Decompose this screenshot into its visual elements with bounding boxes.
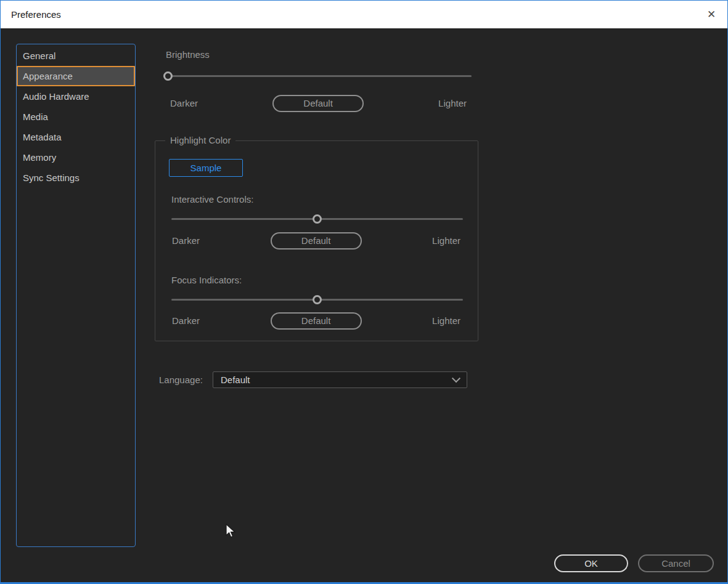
- interactive-controls-darker-label: Darker: [172, 235, 200, 246]
- interactive-controls-lighter-label: Lighter: [432, 235, 460, 246]
- brightness-slider[interactable]: [163, 71, 472, 81]
- sample-button[interactable]: Sample: [169, 159, 243, 177]
- focus-indicators-label: Focus Indicators:: [171, 275, 242, 285]
- ok-button[interactable]: OK: [554, 554, 628, 572]
- sidebar: General Appearance Audio Hardware Media …: [16, 44, 136, 547]
- brightness-darker-label: Darker: [170, 98, 198, 108]
- sidebar-item-general[interactable]: General: [17, 46, 135, 66]
- titlebar: Preferences ✕: [1, 1, 727, 28]
- language-selected-value: Default: [221, 375, 250, 385]
- window-title: Preferences: [11, 1, 61, 28]
- preferences-dialog: Preferences ✕ General Appearance Audio H…: [0, 0, 728, 584]
- interactive-controls-default-button[interactable]: Default: [271, 232, 362, 249]
- highlight-color-legend: Highlight Color: [165, 135, 235, 145]
- brightness-slider-thumb[interactable]: [163, 71, 173, 81]
- interactive-controls-row: Darker Default Lighter: [172, 232, 460, 249]
- focus-indicators-slider-thumb[interactable]: [313, 295, 322, 304]
- focus-indicators-row: Darker Default Lighter: [172, 312, 460, 330]
- sidebar-item-memory[interactable]: Memory: [17, 147, 135, 168]
- sidebar-item-metadata[interactable]: Metadata: [17, 127, 135, 147]
- chevron-down-icon: [452, 374, 460, 383]
- brightness-slider-track[interactable]: [163, 75, 472, 77]
- focus-indicators-lighter-label: Lighter: [432, 315, 460, 326]
- sidebar-item-audio-hardware[interactable]: Audio Hardware: [17, 86, 135, 107]
- language-label: Language:: [159, 375, 203, 385]
- brightness-lighter-label: Lighter: [438, 98, 467, 108]
- interactive-controls-slider[interactable]: [171, 214, 463, 224]
- sidebar-item-appearance[interactable]: Appearance: [17, 66, 135, 86]
- brightness-row: Darker Default Lighter: [170, 94, 467, 112]
- brightness-label: Brightness: [166, 49, 210, 60]
- brightness-default-button[interactable]: Default: [272, 95, 364, 112]
- highlight-color-group: Highlight Color Sample Interactive Contr…: [155, 140, 478, 341]
- sidebar-item-sync-settings[interactable]: Sync Settings: [17, 168, 135, 188]
- focus-indicators-darker-label: Darker: [172, 315, 200, 326]
- focus-indicators-slider[interactable]: [171, 295, 463, 305]
- language-select[interactable]: Default: [213, 371, 467, 388]
- sidebar-item-media[interactable]: Media: [17, 107, 135, 127]
- mouse-cursor: [226, 524, 239, 540]
- close-button[interactable]: ✕: [695, 1, 727, 28]
- interactive-controls-slider-thumb[interactable]: [313, 214, 322, 224]
- focus-indicators-default-button[interactable]: Default: [271, 312, 362, 330]
- cancel-button[interactable]: Cancel: [638, 554, 714, 572]
- interactive-controls-label: Interactive Controls:: [171, 194, 253, 205]
- close-icon: ✕: [707, 8, 716, 21]
